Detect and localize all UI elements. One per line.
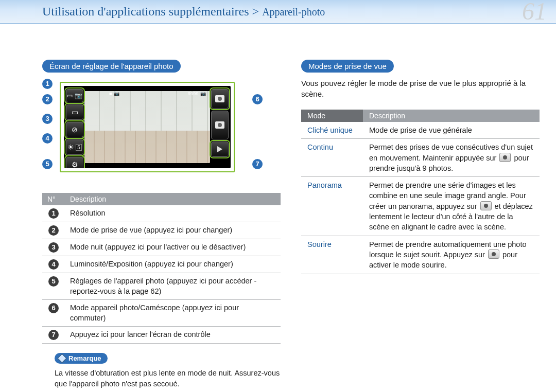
table-row: 1Résolution bbox=[42, 205, 281, 222]
page: Utilisation d'applications supplémentair… bbox=[0, 0, 556, 392]
row-number-6: 6 bbox=[48, 303, 59, 313]
col-header-description: Description bbox=[363, 110, 540, 122]
callout-7: 7 bbox=[252, 159, 263, 169]
callout-description-table: N° Description 1Résolution 2Mode de pris… bbox=[42, 193, 281, 344]
mode-name-panorama: Panorama bbox=[301, 177, 363, 236]
camera-icon bbox=[499, 153, 511, 162]
remark-label: Remarque bbox=[68, 354, 101, 362]
row-desc-7: Appuyez ici pour lancer l'écran de contr… bbox=[65, 327, 281, 344]
exposure-icon[interactable]: ☀5 bbox=[66, 139, 83, 155]
remark-box: Remarque La vitesse d'obturation est plu… bbox=[42, 353, 281, 389]
shutter-icon[interactable] bbox=[211, 111, 229, 139]
mode-name-single: Cliché unique bbox=[301, 122, 363, 139]
content-columns: Écran de réglage de l'appareil photo 1 2… bbox=[0, 24, 556, 389]
mode-name-continuous: Continu bbox=[301, 139, 363, 177]
exposure-value: 5 bbox=[76, 144, 82, 151]
camera-icon bbox=[215, 95, 224, 102]
camera-ui-diagram: 1 2 3 4 5 6 7 ■ 📷 9999 📷 ▭ 📷 ▭ bbox=[60, 78, 245, 186]
table-row: Sourire Permet de prendre automatiquemen… bbox=[301, 236, 540, 274]
row-number-7: 7 bbox=[48, 330, 59, 340]
callout-6: 6 bbox=[252, 94, 263, 104]
callout-4: 4 bbox=[42, 133, 53, 144]
row-number-1: 1 bbox=[48, 208, 59, 219]
shooting-modes-table: Mode Description Cliché unique Mode de p… bbox=[301, 110, 540, 274]
row-desc-4: Luminosité/Exposition (appuyez ici pour … bbox=[65, 256, 281, 273]
settings-icon[interactable]: ⚙ bbox=[66, 157, 83, 168]
viewfinder bbox=[84, 91, 210, 163]
status-indicators-right: 9999 📷 bbox=[188, 91, 206, 96]
mode-desc-continuous: Permet des prises de vue consécutives d'… bbox=[363, 139, 540, 177]
row-desc-1: Résolution bbox=[65, 205, 281, 222]
section-heading-shooting-modes: Modes de prise de vue bbox=[301, 60, 394, 73]
callout-5: 5 bbox=[42, 159, 53, 169]
remark-text: La vitesse d'obturation est plus lente e… bbox=[55, 368, 281, 389]
row-desc-6: Mode appareil photo/Caméscope (appuyez i… bbox=[65, 300, 281, 327]
remark-chip: Remarque bbox=[55, 353, 108, 364]
row-number-4: 4 bbox=[48, 259, 59, 270]
row-number-3: 3 bbox=[48, 242, 59, 253]
row-desc-3: Mode nuit (appuyez ici pour l'activer ou… bbox=[65, 239, 281, 256]
camera-icon bbox=[480, 201, 492, 210]
mode-desc-smile: Permet de prendre automatiquement une ph… bbox=[363, 236, 540, 274]
control-screen-icon[interactable] bbox=[211, 141, 229, 157]
page-number: 61 bbox=[522, 0, 547, 25]
right-column: Modes de prise de vue Vous pouvez régler… bbox=[301, 60, 540, 389]
callout-1: 1 bbox=[42, 79, 53, 89]
row-number-2: 2 bbox=[48, 225, 59, 236]
sun-icon: ☀ bbox=[67, 143, 74, 151]
table-row: 5Réglages de l'appareil photo (appuyez i… bbox=[42, 273, 281, 300]
table-row: Cliché unique Mode de prise de vue génér… bbox=[301, 122, 540, 139]
table-row: 6Mode appareil photo/Caméscope (appuyez … bbox=[42, 300, 281, 327]
cube-icon bbox=[57, 354, 66, 363]
breadcrumb-leaf: Appareil-photo bbox=[262, 6, 325, 17]
shooting-modes-intro: Vous pouvez régler le mode de prise de v… bbox=[301, 78, 540, 99]
status-indicators-left: ■ 📷 bbox=[109, 91, 119, 96]
row-desc-5: Réglages de l'appareil photo (appuyez ic… bbox=[65, 273, 281, 300]
mode-name-smile: Sourire bbox=[301, 236, 363, 274]
left-column: Écran de réglage de l'appareil photo 1 2… bbox=[42, 60, 281, 389]
breadcrumb: Utilisation d'applications supplémentair… bbox=[42, 5, 325, 19]
table-row: 3Mode nuit (appuyez ici pour l'activer o… bbox=[42, 239, 281, 256]
col-header-description: Description bbox=[65, 193, 281, 205]
camera-camcorder-toggle-icon[interactable] bbox=[211, 89, 229, 109]
table-row: 7Appuyez ici pour lancer l'écran de cont… bbox=[42, 327, 281, 344]
camera-ui-controls-right bbox=[211, 89, 229, 157]
row-number-5: 5 bbox=[48, 276, 59, 287]
header-bar: Utilisation d'applications supplémentair… bbox=[0, 0, 556, 24]
mode-desc-panorama: Permet de prendre une série d'images et … bbox=[363, 177, 540, 236]
camera-icon bbox=[488, 250, 499, 259]
camera-ui-frame: ■ 📷 9999 📷 ▭ 📷 ▭ ⊘ ☀5 ⚙ bbox=[60, 82, 235, 172]
resolution-icon[interactable]: ▭ 📷 bbox=[66, 89, 83, 102]
callout-3: 3 bbox=[42, 114, 53, 124]
breadcrumb-root: Utilisation d'applications supplémentair… bbox=[42, 5, 259, 18]
col-header-number: N° bbox=[42, 193, 65, 205]
camera-icon bbox=[215, 121, 224, 129]
mode-desc-single: Mode de prise de vue générale bbox=[363, 122, 540, 139]
play-icon bbox=[217, 146, 222, 152]
table-row: Continu Permet des prises de vue consécu… bbox=[301, 139, 540, 177]
callout-2: 2 bbox=[42, 94, 53, 104]
camera-ui-inner: ■ 📷 9999 📷 ▭ 📷 ▭ ⊘ ☀5 ⚙ bbox=[64, 86, 231, 168]
table-row: Panorama Permet de prendre une série d'i… bbox=[301, 177, 540, 236]
section-heading-camera-settings: Écran de réglage de l'appareil photo bbox=[42, 60, 181, 73]
camera-ui-controls-left: ▭ 📷 ▭ ⊘ ☀5 ⚙ bbox=[66, 89, 83, 168]
night-mode-icon[interactable]: ⊘ bbox=[66, 122, 83, 137]
table-row: 4Luminosité/Exposition (appuyez ici pour… bbox=[42, 256, 281, 273]
row-desc-2: Mode de prise de vue (appuyez ici pour c… bbox=[65, 222, 281, 239]
table-row: 2Mode de prise de vue (appuyez ici pour … bbox=[42, 222, 281, 239]
shooting-mode-icon[interactable]: ▭ bbox=[66, 104, 83, 120]
col-header-mode: Mode bbox=[301, 110, 363, 122]
